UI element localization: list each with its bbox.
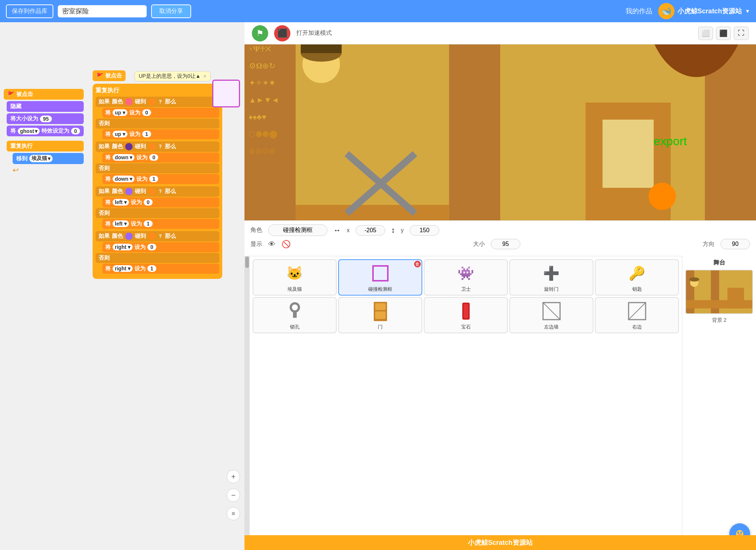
left-wall-image bbox=[540, 300, 563, 322]
repeat-label-left[interactable]: 重复执行 bbox=[7, 141, 84, 151]
set-down-1[interactable]: 将 down ▾ 设为 1 bbox=[102, 174, 219, 184]
sprite-card-guard[interactable]: 👾 卫士 bbox=[424, 259, 508, 296]
direction-label: 方向 bbox=[703, 240, 715, 248]
center-flag-icon: 🚩 bbox=[96, 73, 103, 79]
color-dot-purple-4 bbox=[125, 233, 133, 240]
project-name-input[interactable] bbox=[58, 5, 147, 17]
brand-icon: 🐋 bbox=[658, 3, 675, 19]
compact-view-button[interactable]: ⬜ bbox=[698, 27, 713, 40]
scroll-thumb[interactable] bbox=[245, 257, 249, 268]
menu-button[interactable]: ≡ bbox=[227, 507, 240, 520]
ghost-effect-block[interactable]: 将 ghost ▾ 特效设定为 0 bbox=[7, 126, 84, 136]
svg-rect-42 bbox=[375, 311, 386, 319]
down-val-1[interactable]: 1 bbox=[149, 176, 158, 182]
stop-button[interactable]: ⬛ bbox=[274, 25, 290, 41]
stage-panel: ⚑ ⬛ 打开加速模式 ⬜ ⬛ ⛶ bbox=[244, 22, 756, 550]
up-val-0[interactable]: 0 bbox=[142, 109, 151, 116]
if-header-4[interactable]: 如果 颜色 碰到 ？ 那么 bbox=[96, 231, 219, 241]
set-down-0[interactable]: 将 down ▾ 设为 0 bbox=[102, 153, 219, 163]
direction-value-box[interactable]: 90 bbox=[720, 239, 750, 249]
x-value-box[interactable]: -205 bbox=[356, 225, 385, 236]
delete-sprite-button[interactable]: 🗑 bbox=[414, 261, 421, 267]
my-works-link[interactable]: 我的作品 bbox=[626, 7, 652, 16]
brand-logo[interactable]: 🐋 小虎鲸Scratch资源站 ▼ bbox=[658, 3, 750, 19]
color-dot-pink bbox=[125, 98, 133, 106]
sprite-name-box[interactable]: 碰撞检测框 bbox=[268, 224, 327, 236]
show-eye-icon[interactable]: 👁 bbox=[268, 240, 276, 249]
collision-box-svg bbox=[371, 264, 390, 283]
down-val-0[interactable]: 0 bbox=[149, 154, 158, 161]
when-flag-block[interactable]: 🚩 被点击 bbox=[4, 89, 84, 100]
left-val-1[interactable]: 1 bbox=[144, 220, 153, 227]
sprite-card-egypt-cat[interactable]: 🐱 埃及猫 bbox=[253, 259, 337, 296]
save-button[interactable]: 保存到作品库 bbox=[6, 4, 53, 18]
center-script-area: 🚩 被点击 UP是上的意思，设为0让▲ ✕ 重复执行 如果 颜色 bbox=[93, 70, 222, 279]
right-val-0[interactable]: 0 bbox=[147, 244, 156, 250]
down-dropdown-1b[interactable]: down ▾ bbox=[113, 176, 134, 182]
svg-rect-10 bbox=[603, 120, 654, 188]
left-dropdown-1[interactable]: left ▾ bbox=[113, 199, 129, 206]
center-when-flag[interactable]: 🚩 被点击 bbox=[93, 70, 126, 81]
hide-block[interactable]: 隐藏 bbox=[7, 101, 84, 112]
svg-rect-55 bbox=[727, 288, 744, 309]
move-to-block[interactable]: 移到 埃及猫 ▾ bbox=[13, 153, 84, 164]
sprite-card-right-wall[interactable]: 右边 bbox=[595, 297, 679, 333]
effect-suffix: 特效设定为 bbox=[41, 127, 69, 134]
sprite-card-revolving-door[interactable]: ➕ 旋转门 bbox=[509, 259, 593, 296]
size-value[interactable]: 95 bbox=[40, 116, 52, 122]
svg-rect-38 bbox=[293, 310, 297, 318]
fullscreen-button[interactable]: ⛶ bbox=[734, 27, 749, 40]
set-right-0[interactable]: 将 right ▾ 设为 0 bbox=[102, 242, 219, 252]
stage-thumbnail[interactable] bbox=[685, 270, 753, 314]
tooltip-close-icon[interactable]: ✕ bbox=[203, 74, 207, 79]
svg-line-48 bbox=[629, 303, 646, 320]
guard-image: 👾 bbox=[455, 262, 477, 284]
zoom-out-button[interactable]: − bbox=[227, 489, 240, 502]
sprite-preview-box bbox=[212, 80, 240, 107]
stage-controls: ⚑ ⬛ 打开加速模式 ⬜ ⬛ ⛶ bbox=[244, 22, 756, 44]
right-dropdown-1[interactable]: right ▾ bbox=[113, 244, 133, 250]
sprite-card-keyhole[interactable]: 锁孔 bbox=[253, 297, 337, 333]
move-target-dropdown[interactable]: 埃及猫 ▾ bbox=[29, 155, 53, 162]
effect-dropdown[interactable]: ghost ▾ bbox=[18, 128, 40, 134]
if-header-3[interactable]: 如果 颜色 碰到 ？ 那么 bbox=[96, 186, 219, 197]
share-button[interactable]: 取消分享 bbox=[151, 4, 191, 18]
repeat-header[interactable]: 重复执行 bbox=[96, 87, 219, 94]
sprite-card-left-wall[interactable]: 左边墙 bbox=[509, 297, 593, 333]
set-left-1[interactable]: 将 left ▾ 设为 1 bbox=[102, 219, 219, 229]
size-label: 大小 bbox=[473, 240, 485, 248]
svg-text:⚙𝛀⊕↻: ⚙𝛀⊕↻ bbox=[249, 62, 276, 70]
if-header-1[interactable]: 如果 颜色 碰到 ？ 那么 bbox=[96, 97, 219, 107]
hide-icon[interactable]: 🚫 bbox=[282, 240, 291, 249]
set-size-block[interactable]: 将大小设为 95 bbox=[7, 113, 84, 124]
sprite-card-key[interactable]: 🔑 钥匙 bbox=[595, 259, 679, 296]
set-up-1[interactable]: 将 up ▾ 设为 1 bbox=[102, 129, 219, 139]
normal-view-button[interactable]: ⬛ bbox=[716, 27, 731, 40]
set-left-0[interactable]: 将 left ▾ 设为 0 bbox=[102, 197, 219, 207]
set-right-1[interactable]: 将 right ▾ 设为 1 bbox=[102, 264, 219, 274]
scroll-bar[interactable] bbox=[244, 256, 250, 550]
svg-text:✦✧✶✷: ✦✧✶✷ bbox=[249, 79, 276, 87]
if-header-2[interactable]: 如果 颜色 碰到 ？ 那么 bbox=[96, 141, 219, 152]
right-val-1[interactable]: 1 bbox=[147, 265, 156, 272]
green-flag-button[interactable]: ⚑ bbox=[252, 25, 268, 41]
up-dropdown-1b[interactable]: up ▾ bbox=[113, 131, 127, 137]
left-dropdown-1b[interactable]: left ▾ bbox=[113, 220, 129, 227]
sprite-card-door[interactable]: 门 bbox=[338, 297, 422, 333]
effect-val[interactable]: 0 bbox=[71, 128, 80, 134]
sprite-card-collision-box[interactable]: 🗑 碰撞检测框 bbox=[338, 259, 422, 296]
color-dot-orange-1 bbox=[148, 98, 156, 106]
watermark: 小虎鲸Scratch资源站 bbox=[244, 535, 756, 550]
svg-text:×𝚿♱✕: ×𝚿♱✕ bbox=[249, 45, 272, 53]
zoom-in-button[interactable]: + bbox=[227, 470, 240, 483]
y-value-box[interactable]: 150 bbox=[410, 225, 439, 236]
up-dropdown-1[interactable]: up ▾ bbox=[113, 109, 127, 116]
set-up-0[interactable]: 将 up ▾ 设为 0 bbox=[102, 108, 219, 118]
left-val-0[interactable]: 0 bbox=[144, 199, 153, 206]
down-dropdown-1[interactable]: down ▾ bbox=[113, 154, 134, 161]
size-value-box[interactable]: 95 bbox=[491, 239, 520, 249]
up-val-1[interactable]: 1 bbox=[142, 131, 151, 137]
right-dropdown-1b[interactable]: right ▾ bbox=[113, 265, 133, 272]
sprite-card-gem[interactable]: 宝石 bbox=[424, 297, 508, 333]
svg-rect-36 bbox=[373, 266, 388, 281]
